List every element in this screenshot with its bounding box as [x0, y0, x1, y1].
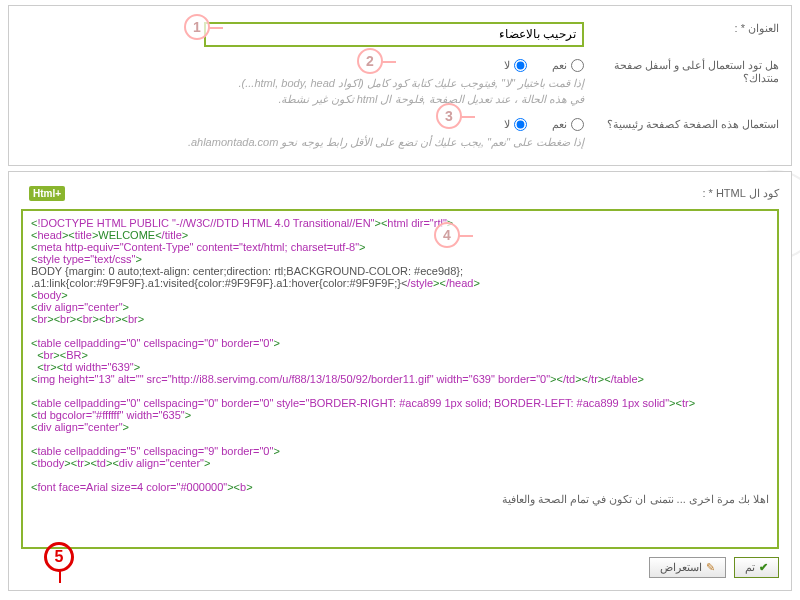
q1-label: هل تود استعمال أعلى و أسفل صفحة منتداك؟ [584, 59, 779, 85]
pencil-icon: ✎ [706, 561, 715, 574]
homepage-row: استعمال هذه الصفحة كصفحة رئيسية؟ نعم لا … [21, 112, 779, 155]
title-input[interactable] [204, 22, 584, 47]
q1-no-radio[interactable] [514, 59, 527, 72]
button-row: ✔تم ✎استعراض [21, 549, 779, 578]
q2-no-radio[interactable] [514, 118, 527, 131]
q2-yes-radio[interactable] [571, 118, 584, 131]
html-badge: +Html [29, 186, 65, 201]
step-1-marker: 1 [184, 14, 210, 40]
q2-hint: إذا ضغطت على "نعم" ,يجب عليك أن تضع على … [21, 136, 584, 149]
code-panel: 4 5 كود ال HTML * : +Html <!DOCTYPE HTML… [8, 171, 792, 591]
q1-yes-radio[interactable] [571, 59, 584, 72]
plus-icon: + [55, 188, 61, 199]
save-button[interactable]: ✔تم [734, 557, 779, 578]
q1-hint-1: إذا قمت باختيار "لا" ,فيتوجب عليك كتابة … [21, 77, 584, 90]
q1-radio-group: نعم لا [504, 59, 584, 72]
code-header: كود ال HTML * : +Html [21, 182, 779, 209]
header-footer-row: هل تود استعمال أعلى و أسفل صفحة منتداك؟ … [21, 53, 779, 112]
preview-button[interactable]: ✎استعراض [649, 557, 726, 578]
q2-label: استعمال هذه الصفحة كصفحة رئيسية؟ [584, 118, 779, 131]
html-code-textarea[interactable]: <!DOCTYPE HTML PUBLIC "-//W3C//DTD HTML … [21, 209, 779, 549]
check-icon: ✔ [759, 561, 768, 574]
step-4-marker: 4 [434, 222, 460, 248]
q2-no-option[interactable]: لا [504, 118, 527, 131]
q1-yes-option[interactable]: نعم [552, 59, 584, 72]
step-3-marker: 3 [436, 103, 462, 129]
q2-yes-option[interactable]: نعم [552, 118, 584, 131]
step-5-marker: 5 [44, 542, 74, 572]
title-label: العنوان * : [584, 22, 779, 35]
q2-radio-group: نعم لا [504, 118, 584, 131]
settings-panel: 1 2 3 العنوان * : هل تود استعمال أعلى و … [8, 5, 792, 166]
code-label: كود ال HTML * : [659, 187, 779, 200]
title-row: العنوان * : [21, 16, 779, 53]
step-2-marker: 2 [357, 48, 383, 74]
q1-no-option[interactable]: لا [504, 59, 527, 72]
q1-hint-2: في هذه الحالة ، عند تعديل الصفحة ,فلوحة … [21, 93, 584, 106]
